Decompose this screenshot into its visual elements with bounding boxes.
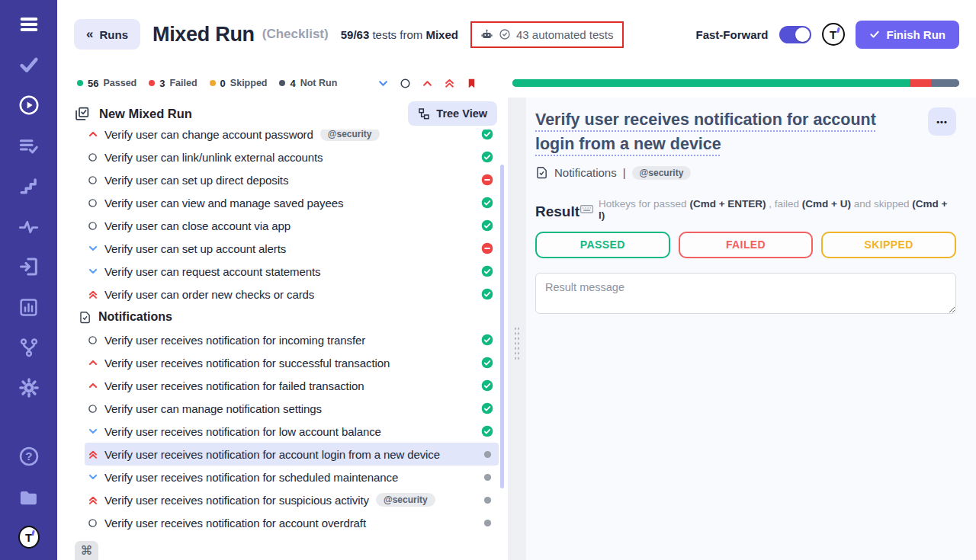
panel-resize-handle[interactable] (508, 98, 526, 560)
test-row[interactable]: Verify user receives notification for lo… (85, 420, 499, 443)
bookmark-icon[interactable] (465, 77, 477, 89)
circle-icon (88, 518, 104, 528)
status-failed-icon (480, 174, 494, 186)
result-message-input[interactable] (535, 273, 956, 314)
document-icon (79, 311, 92, 324)
circle-icon (88, 175, 104, 185)
test-row[interactable]: Verify user can order new checks or card… (85, 283, 499, 306)
play-circle-icon[interactable] (18, 94, 40, 116)
list-header-title-group: New Mixed Run (74, 106, 192, 122)
tag-badge[interactable]: @security (632, 166, 692, 180)
test-title: Verify user can change account password (104, 130, 313, 141)
circle-icon (88, 198, 104, 208)
chevron-down-icon[interactable] (377, 77, 389, 89)
svg-text:?: ? (25, 450, 32, 462)
chevron-up-icon[interactable] (421, 77, 433, 89)
check-icon[interactable] (18, 54, 40, 75)
circle-icon[interactable] (399, 77, 411, 89)
menu-icon[interactable] (18, 14, 40, 35)
tests-count-text: tests from (369, 28, 425, 41)
stairs-icon[interactable] (18, 175, 40, 197)
failed-button[interactable]: FAILED (679, 232, 814, 258)
bar-chart-icon[interactable] (18, 296, 40, 318)
activity-icon[interactable] (18, 216, 40, 237)
list-header: New Mixed Run Tree View (57, 98, 508, 130)
test-row[interactable]: Verify user can link/unlink external acc… (85, 146, 499, 168)
gear-icon[interactable] (18, 377, 40, 398)
back-to-runs-label: Runs (99, 28, 128, 41)
command-key-button[interactable]: ⌘ (75, 541, 98, 560)
test-row[interactable]: Verify user receives notification for sc… (85, 466, 499, 488)
status-dot (77, 80, 83, 86)
logo-tick (836, 27, 840, 34)
test-row[interactable]: Verify user can view and manage saved pa… (85, 191, 499, 214)
back-to-runs-button[interactable]: « Runs (74, 19, 140, 50)
more-options-button[interactable]: ••• (928, 107, 956, 136)
status-failed-icon (480, 242, 494, 254)
legend-item-failed[interactable]: 3Failed (149, 78, 197, 89)
legend-count: 56 (88, 78, 98, 89)
test-row[interactable]: Verify user can set up direct deposits (85, 168, 499, 191)
list-check-icon[interactable] (18, 135, 40, 156)
status-passed-icon (480, 334, 494, 346)
test-row[interactable]: Verify user receives notification for in… (85, 328, 499, 351)
breadcrumb-separator: | (623, 166, 626, 179)
legend-count: 0 (220, 78, 226, 89)
test-row[interactable]: Verify user receives notification for ac… (85, 511, 499, 534)
test-title[interactable]: Verify user receives notification for ac… (535, 107, 917, 157)
status-notrun-icon (480, 450, 494, 459)
test-row[interactable]: Verify user receives notification for fa… (85, 374, 499, 397)
status-dot (149, 80, 155, 86)
robot-icon (480, 28, 493, 41)
automated-tests-badge[interactable]: 43 automated tests (470, 21, 624, 48)
test-row[interactable]: Verify user receives notification for su… (85, 351, 499, 374)
legend-item-skipped[interactable]: 0Skipped (210, 78, 268, 89)
app-window: ?T « Runs Mixed Run (Checklist) 59/63 te… (0, 0, 976, 560)
test-row[interactable]: Verify user receives notification for ac… (85, 443, 499, 466)
logo-icon[interactable]: T (18, 526, 40, 548)
hotkeys-hint: Hotkeys for passed (Cmd + ENTER) , faile… (580, 198, 956, 221)
test-row[interactable]: Verify user receives notification for su… (85, 488, 499, 511)
legend-label: Skipped (230, 78, 268, 88)
test-row[interactable]: Verify user can set up account alerts (85, 237, 499, 260)
legend-item-not-run[interactable]: 4Not Run (279, 78, 337, 89)
legend-count: 3 (159, 78, 165, 89)
list-scrollbar[interactable] (500, 165, 504, 488)
git-branch-icon[interactable] (18, 337, 40, 358)
checklist-icon (74, 106, 90, 122)
legend-item-passed[interactable]: 56Passed (77, 78, 136, 89)
tree-view-button[interactable]: Tree View (408, 101, 497, 126)
test-title: Verify user receives notification for su… (104, 357, 390, 370)
hotkeys-text: Hotkeys for passed (Cmd + ENTER) , faile… (599, 198, 956, 221)
test-title: Verify user receives notification for sc… (104, 471, 398, 484)
hotkey-segment: (Cmd + U) (802, 198, 851, 210)
double-chevron-up-icon (88, 494, 104, 506)
status-passed-icon (480, 402, 494, 414)
finish-run-button[interactable]: Finish Run (856, 21, 960, 49)
folder-icon[interactable] (18, 486, 40, 507)
test-row[interactable]: Verify user can manage notification sett… (85, 397, 499, 420)
sidebar-bottom-icons: ?T (0, 446, 57, 548)
tests-count: 59/63 tests from Mixed (341, 28, 458, 41)
test-row[interactable]: Verify user can change account password@… (85, 130, 499, 146)
help-circle-icon[interactable]: ? (18, 446, 40, 467)
login-icon[interactable] (18, 256, 40, 277)
double-chevron-up-icon[interactable] (443, 77, 455, 89)
main-area: « Runs Mixed Run (Checklist) 59/63 tests… (57, 0, 976, 560)
test-rows: Verify user can change account password@… (57, 130, 508, 560)
chevron-up-icon (88, 380, 104, 391)
run-subtitle: (Checklist) (262, 27, 329, 42)
double-chevron-up-icon (88, 449, 104, 460)
brand-logo-icon[interactable]: T (822, 23, 845, 46)
section-header[interactable]: Notifications (79, 306, 508, 328)
chevron-down-icon (88, 426, 104, 437)
test-row[interactable]: Verify user can request account statemen… (85, 260, 499, 283)
fast-forward-toggle[interactable] (779, 26, 811, 43)
status-passed-icon (480, 288, 494, 300)
test-title: Verify user receives notification for in… (104, 334, 365, 347)
skipped-button[interactable]: SKIPPED (821, 232, 956, 258)
status-dot (279, 80, 285, 86)
passed-button[interactable]: PASSED (535, 232, 670, 258)
breadcrumb[interactable]: Notifications (554, 166, 617, 179)
test-row[interactable]: Verify user can close account via app (85, 214, 499, 237)
